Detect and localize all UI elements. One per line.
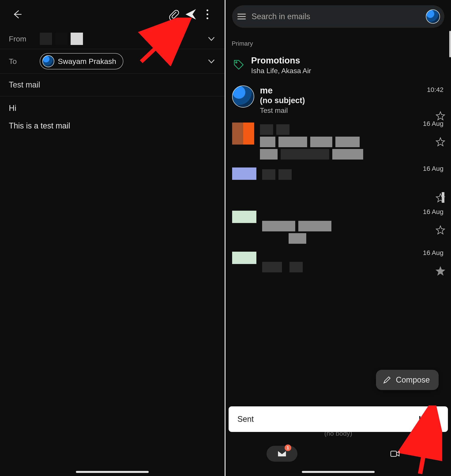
- nav-meet[interactable]: [379, 446, 410, 462]
- avatar: [42, 55, 54, 67]
- to-label: To: [9, 57, 40, 66]
- dot-icon: [207, 9, 208, 11]
- inbox-screen: Search in emails Primary Promotions Isha…: [226, 0, 451, 476]
- mail-date: 16 Aug: [423, 208, 444, 215]
- menu-button[interactable]: [238, 12, 246, 21]
- more-button[interactable]: [199, 6, 216, 23]
- chevron-down-icon: [208, 57, 215, 65]
- home-indicator: [76, 471, 149, 473]
- expand-from[interactable]: [207, 34, 216, 43]
- search-placeholder: Search in emails: [251, 12, 420, 21]
- scrollbar[interactable]: [449, 31, 451, 57]
- mail-date: 16 Aug: [423, 249, 444, 256]
- star-outline-icon: [436, 225, 445, 235]
- mail-date: 16 Aug: [423, 165, 444, 172]
- star-toggle[interactable]: [436, 225, 445, 236]
- compose-label: Compose: [396, 375, 430, 384]
- avatar: [232, 85, 254, 108]
- send-icon: [185, 9, 196, 20]
- paperclip-icon: [168, 9, 180, 20]
- chevron-down-icon: [208, 35, 215, 43]
- promotions-row[interactable]: Promotions Isha Life, Akasa Air: [226, 51, 451, 80]
- avatar: [232, 211, 256, 223]
- dot-icon: [207, 17, 208, 19]
- compose-toolbar: [0, 0, 225, 29]
- to-row[interactable]: To Swayam Prakash: [0, 49, 225, 73]
- star-filled-icon: [436, 266, 445, 276]
- star-outline-icon: [436, 193, 445, 203]
- star-toggle[interactable]: [436, 137, 445, 148]
- profile-avatar[interactable]: [426, 9, 440, 24]
- tag-icon: [233, 59, 244, 71]
- back-button[interactable]: [9, 6, 25, 23]
- star-outline-icon: [436, 137, 445, 147]
- video-icon: [389, 448, 400, 459]
- home-indicator: [302, 471, 375, 473]
- recipient-chip[interactable]: Swayam Prakash: [40, 53, 123, 69]
- send-button[interactable]: [182, 6, 199, 23]
- from-row[interactable]: From: [0, 29, 225, 49]
- undo-button[interactable]: Undo: [419, 415, 439, 424]
- redacted-block: [40, 33, 83, 45]
- section-label: Primary: [226, 30, 451, 51]
- promotions-sub: Isha Life, Akasa Air: [251, 67, 311, 75]
- compose-button[interactable]: Compose: [376, 370, 439, 390]
- mail-sender: me: [260, 85, 444, 95]
- subject-text: Test mail: [9, 80, 216, 90]
- svg-rect-3: [391, 451, 396, 456]
- svg-point-1: [236, 62, 237, 63]
- pencil-icon: [382, 376, 391, 384]
- dot-icon: [207, 13, 208, 15]
- star-toggle[interactable]: [436, 266, 445, 277]
- promotions-title: Promotions: [251, 55, 311, 66]
- mail-item-me[interactable]: me (no subject) Test mail 10:42: [226, 80, 451, 117]
- avatar: [232, 122, 254, 145]
- recipient-name: Swayam Prakash: [58, 57, 116, 66]
- compose-screen: From To Swayam Prakash Test mail: [0, 0, 226, 476]
- nav-mail[interactable]: 1: [267, 446, 297, 462]
- mail-snippet: Test mail: [260, 106, 444, 115]
- bottom-nav: 1: [226, 442, 451, 466]
- star-toggle[interactable]: [436, 193, 445, 204]
- mail-time: 10:42: [427, 86, 444, 93]
- mail-subject: (no subject): [260, 96, 444, 105]
- arrow-left-icon: [12, 9, 23, 20]
- from-label: From: [9, 35, 40, 43]
- subject-field[interactable]: Test mail: [0, 73, 225, 96]
- attach-button[interactable]: [165, 6, 182, 23]
- hamburger-icon: [238, 14, 246, 15]
- snackbar-msg: Sent: [238, 415, 254, 424]
- badge-count: 1: [285, 445, 291, 451]
- mail-item[interactable]: 16 Aug: [226, 117, 451, 162]
- avatar: [232, 252, 256, 264]
- body-line: Hi: [9, 102, 216, 114]
- expand-to[interactable]: [207, 57, 216, 66]
- body-field[interactable]: Hi This is a test mail: [0, 96, 225, 138]
- avatar: [232, 167, 256, 180]
- from-value: [40, 33, 207, 45]
- mail-item[interactable]: 16 Aug: [226, 246, 451, 275]
- body-line: This is a test mail: [9, 120, 216, 132]
- search-bar[interactable]: Search in emails: [232, 5, 444, 28]
- mail-item[interactable]: 16 Aug: [226, 162, 451, 205]
- mail-item[interactable]: 16 Aug: [226, 205, 451, 246]
- snackbar: Sent Undo: [229, 406, 448, 432]
- mail-date: 16 Aug: [423, 120, 444, 127]
